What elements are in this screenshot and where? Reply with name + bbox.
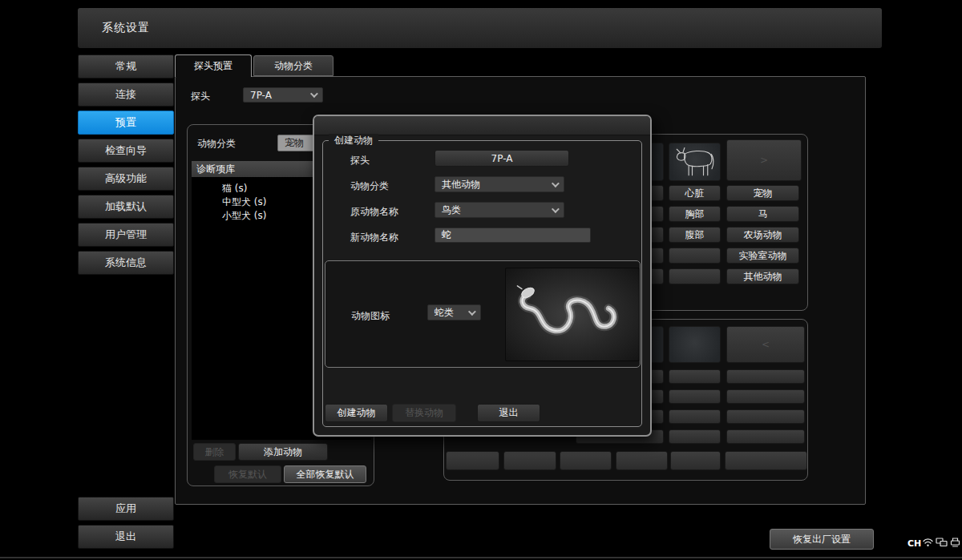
grid-button[interactable] <box>669 409 721 424</box>
chevron-down-icon <box>310 90 318 98</box>
grid-button[interactable] <box>726 389 805 404</box>
dialog-exit-button[interactable]: 退出 <box>477 404 540 422</box>
sidebar-item-exam-wizard[interactable]: 检查向导 <box>78 139 174 163</box>
grid-button[interactable] <box>669 369 721 384</box>
sidebar-item-preset[interactable]: 预置 <box>78 111 174 135</box>
category-pet-button[interactable]: 宠物 <box>726 185 799 201</box>
cow-image-box[interactable] <box>669 143 721 181</box>
chevron-down-icon <box>468 308 476 316</box>
sidebar-item-connect[interactable]: 连接 <box>78 83 174 107</box>
restore-all-default-button[interactable]: 全部恢复默认 <box>284 465 366 483</box>
body-part-abdomen-button[interactable]: 腹部 <box>669 227 721 243</box>
category-horse-button[interactable]: 马 <box>726 206 799 222</box>
tab-animal-category[interactable]: 动物分类 <box>253 55 333 76</box>
collapse-button[interactable]: < <box>726 326 805 363</box>
restore-default-button[interactable]: 恢复默认 <box>214 465 281 483</box>
page-title: 系统设置 <box>102 21 150 35</box>
animal-image-box[interactable] <box>669 326 721 363</box>
grid-button[interactable] <box>616 451 668 470</box>
create-animal-dialog: 创建动物 探头 7P-A 动物分类 其他动物 原动物名称 鸟类 新动物名称 蛇 … <box>313 115 652 437</box>
category-dropdown-value: 宠物 <box>285 136 304 150</box>
exit-button[interactable]: 退出 <box>78 525 174 549</box>
animal-icon-label: 动物图标 <box>351 309 390 323</box>
apply-button[interactable]: 应用 <box>78 497 174 521</box>
new-name-input[interactable]: 蛇 <box>435 228 591 243</box>
screen-bottom-edge <box>0 557 962 558</box>
grid-button[interactable] <box>669 389 721 404</box>
grid-button[interactable] <box>446 451 499 470</box>
dialog-source-label: 原动物名称 <box>350 205 398 219</box>
animal-preview-box <box>505 268 640 361</box>
dialog-probe-label: 探头 <box>350 154 370 167</box>
grid-button[interactable] <box>669 429 721 444</box>
category-farm-button[interactable]: 农场动物 <box>726 227 799 243</box>
category-lab-button[interactable]: 实验室动物 <box>726 248 799 264</box>
system-settings-screen: 系统设置 常规 连接 预置 检查向导 高级功能 加载默认 用户管理 系统信息 应… <box>0 0 962 560</box>
sidebar-item-general[interactable]: 常规 <box>78 54 174 79</box>
dialog-category-label: 动物分类 <box>350 179 389 193</box>
probe-dropdown-value: 7P-A <box>250 90 272 101</box>
right-arrow-label: > <box>760 155 768 166</box>
animal-icon-dropdown[interactable]: 蛇类 <box>427 304 481 320</box>
add-animal-button[interactable]: 添加动物 <box>238 443 328 461</box>
delete-button[interactable]: 删除 <box>193 443 236 461</box>
sidebar-item-user-mgmt[interactable]: 用户管理 <box>78 223 174 247</box>
animal-icon-value: 蛇类 <box>435 306 454 320</box>
body-part-heart-button[interactable]: 心脏 <box>669 185 721 201</box>
dialog-new-name-label: 新动物名称 <box>350 231 398 244</box>
grid-button[interactable] <box>669 268 721 284</box>
dialog-probe-value: 7P-A <box>435 150 569 167</box>
device-icon[interactable] <box>949 536 961 551</box>
dialog-category-dropdown[interactable]: 其他动物 <box>435 176 564 192</box>
title-bar: 系统设置 <box>78 8 882 48</box>
probe-label: 探头 <box>191 90 210 103</box>
grid-button[interactable] <box>725 451 807 470</box>
dialog-source-value: 鸟类 <box>442 203 461 217</box>
dual-screen-icon[interactable] <box>936 536 948 551</box>
dialog-category-value: 其他动物 <box>442 178 480 191</box>
dialog-title: 创建动物 <box>329 134 378 147</box>
dialog-title-bar <box>314 116 650 135</box>
grid-button[interactable] <box>669 248 721 264</box>
grid-button[interactable] <box>560 451 612 470</box>
sidebar-item-system-info[interactable]: 系统信息 <box>78 251 174 275</box>
body-part-chest-button[interactable]: 胸部 <box>669 206 721 222</box>
tab-probe-preset[interactable]: 探头预置 <box>175 54 252 77</box>
expand-button[interactable]: > <box>726 139 802 181</box>
snake-icon <box>508 271 637 359</box>
cow-icon <box>672 145 718 179</box>
category-other-button[interactable]: 其他动物 <box>726 268 799 284</box>
dialog-source-dropdown[interactable]: 鸟类 <box>435 202 564 218</box>
wifi-icon[interactable] <box>922 536 934 551</box>
chevron-down-icon <box>552 205 560 213</box>
language-indicator[interactable]: CH <box>907 538 921 549</box>
grid-button[interactable] <box>726 409 805 424</box>
grid-button[interactable] <box>503 451 556 470</box>
probe-dropdown[interactable]: 7P-A <box>243 87 323 103</box>
grid-button[interactable] <box>726 369 805 384</box>
factory-reset-button[interactable]: 恢复出厂设置 <box>770 529 874 550</box>
chevron-down-icon <box>552 179 560 187</box>
animal-icon-section: 动物图标 蛇类 <box>325 260 641 368</box>
sidebar-item-advanced[interactable]: 高级功能 <box>78 167 174 191</box>
replace-animal-button[interactable]: 替换动物 <box>392 404 456 422</box>
grid-button[interactable] <box>670 451 721 470</box>
animal-category-label: 动物分类 <box>197 137 236 151</box>
grid-button[interactable] <box>726 429 805 444</box>
left-arrow-label: < <box>762 339 770 350</box>
create-animal-button[interactable]: 创建动物 <box>325 404 388 422</box>
sidebar-item-load-default[interactable]: 加载默认 <box>78 195 174 219</box>
